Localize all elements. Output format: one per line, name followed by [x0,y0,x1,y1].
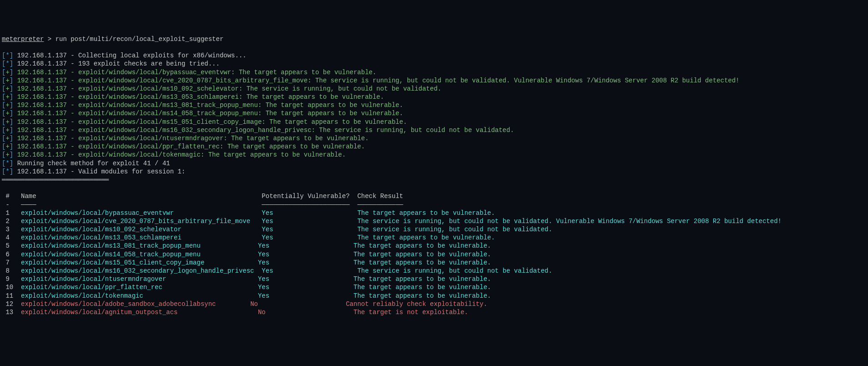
check-result: The service is running, but could not be… [357,267,552,274]
check-result: The target appears to be vulnerable. [353,242,491,249]
vuln-no: No [258,309,266,316]
vuln-yes: Yes [262,218,273,225]
status-bracket: ] [10,135,13,142]
log-line: - exploit/windows/local/ntusermndragover… [67,135,369,142]
row-num: 5 [2,242,10,249]
status-star-icon: * [5,60,9,67]
horizontal-rule: ════════════════════════════ [2,176,109,183]
row-num: 11 [2,292,13,300]
exploit-name: exploit/windows/local/ms13_053_schlamper… [21,234,182,241]
table-header-result: Check Result [357,193,403,200]
row-num: 12 [2,300,13,308]
log-line: - Collecting local exploits for x86/wind… [67,52,247,59]
row-num: 8 [2,267,10,274]
ip-address: 192.168.1.137 [17,151,67,158]
row-num: 2 [2,218,10,225]
status-bracket: ] [10,118,13,126]
status-bracket: ] [10,69,13,76]
check-result: The service is running, but could not be… [357,226,552,233]
command-input[interactable]: run post/multi/recon/local_exploit_sugge… [56,36,224,43]
row-num: 9 [2,275,10,283]
status-plus-icon: + [5,93,9,101]
ip-address: 192.168.1.137 [17,60,67,67]
exploit-name: exploit/windows/local/ms14_058_track_pop… [21,251,201,258]
row-num: 13 [2,309,13,316]
exploit-name: exploit/windows/local/ms15_051_client_co… [21,259,204,266]
exploit-name: exploit/windows/local/tokenmagic [21,292,143,300]
vuln-yes: Yes [258,284,269,291]
table-underline: ──────────── [357,201,403,208]
ip-address: 192.168.1.137 [17,102,67,109]
prompt-gt: > [44,36,55,43]
exploit-name-fail: exploit/windows/local/agnitum_outpost_ac… [21,309,177,316]
status-bracket: ] [10,93,13,101]
exploit-name-fail: exploit/windows/local/adobe_sandbox_adob… [21,300,216,308]
row-num: 6 [2,251,10,258]
log-line: - Valid modules for session 1: [67,168,185,175]
log-line: - exploit/windows/local/cve_2020_0787_bi… [67,77,740,84]
row-num: 1 [2,209,10,217]
log-line: - exploit/windows/local/ms10_092_schelev… [67,85,441,92]
status-bracket: ] [10,102,13,109]
log-line: - exploit/windows/local/ppr_flatten_rec:… [67,143,365,150]
check-result-fail: Cannot reliably check exploitability. [346,300,487,308]
status-plus-icon: + [5,151,9,158]
log-line: Running check method for exploit 41 / 41 [17,160,170,167]
check-result: The target appears to be vulnerable. [353,251,491,258]
vuln-yes: Yes [258,242,269,249]
row-num: 3 [2,226,10,233]
vuln-yes: Yes [258,251,269,258]
vuln-yes: Yes [262,234,273,241]
status-plus-icon: + [5,135,9,142]
status-plus-icon: + [5,143,9,150]
ip-address: 192.168.1.137 [17,69,67,76]
log-line: - exploit/windows/local/ms16_032_seconda… [67,127,514,134]
status-plus-icon: + [5,69,9,76]
log-line: - exploit/windows/local/tokenmagic: The … [67,151,346,158]
table-underline: ──── [21,201,36,208]
status-bracket: ] [10,127,13,134]
check-result: The target appears to be vulnerable. [357,209,495,217]
status-bracket: ] [10,52,13,59]
vuln-yes: Yes [262,209,273,217]
status-plus-icon: + [5,77,9,84]
status-star-icon: * [5,52,9,59]
ip-address: 192.168.1.137 [17,118,67,126]
check-result: The target appears to be vulnerable. [353,275,491,283]
check-result: The target appears to be vulnerable. [353,292,491,300]
table-underline: - [2,201,10,208]
vuln-yes: Yes [258,259,269,266]
status-plus-icon: + [5,110,9,117]
status-bracket: ] [10,160,13,167]
vuln-no: No [250,300,258,308]
row-num: 10 [2,284,13,291]
check-result-fail: The target is not exploitable. [353,309,468,316]
exploit-name: exploit/windows/local/cve_2020_0787_bits… [21,218,250,225]
status-bracket: ] [10,110,13,117]
status-plus-icon: + [5,102,9,109]
exploit-name: exploit/windows/local/ntusermndragover [21,275,166,283]
status-star-icon: * [5,160,9,167]
status-plus-icon: + [5,85,9,92]
table-underline: ─────────────────────── [262,201,349,208]
status-plus-icon: + [5,127,9,134]
status-star-icon: * [5,168,9,175]
row-num: 7 [2,259,10,266]
exploit-name: exploit/windows/local/ms16_032_secondary… [21,267,254,274]
ip-address: 192.168.1.137 [17,110,67,117]
check-result: The target appears to be vulnerable. [357,234,495,241]
table-header-vuln: Potentially Vulnerable? [262,193,349,200]
status-bracket: ] [10,77,13,84]
status-bracket: ] [10,168,13,175]
ip-address: 192.168.1.137 [17,168,67,175]
status-bracket: ] [10,143,13,150]
exploit-name: exploit/windows/local/ms13_081_track_pop… [21,242,201,249]
vuln-yes: Yes [262,226,273,233]
ip-address: 192.168.1.137 [17,135,67,142]
log-line: - exploit/windows/local/ms15_051_client_… [67,118,407,126]
exploit-name: exploit/windows/local/ms10_092_schelevat… [21,226,182,233]
check-result: The target appears to be vulnerable. [353,259,491,266]
check-result: The service is running, but could not be… [357,218,782,225]
status-bracket: ] [10,60,13,67]
ip-address: 192.168.1.137 [17,127,67,134]
